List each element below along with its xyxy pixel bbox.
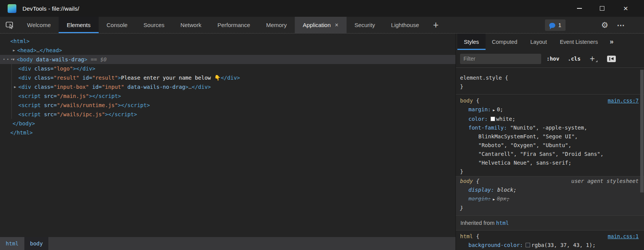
maximize-button[interactable] <box>594 0 610 17</box>
inherited-from-node[interactable]: html <box>496 220 509 226</box>
tree-row[interactable]: <script src="/wails/ipc.js"></script> <box>0 110 455 119</box>
customize-menu-button[interactable]: ⋯ <box>615 19 626 31</box>
tree-row[interactable]: ▶<div class="input-box" id="input" data-… <box>0 82 455 91</box>
settings-button[interactable]: ⚙ <box>599 19 610 31</box>
tab-label: Performance <box>217 22 250 28</box>
issues-badge[interactable]: 1 <box>545 19 566 31</box>
code-tag: <html> <box>10 38 30 44</box>
css-property[interactable]: margin:▶8px; <box>460 194 644 204</box>
collapse-arrow-icon[interactable]: ▼ <box>11 55 16 64</box>
rule-selector[interactable]: html <box>460 233 473 239</box>
rule-selector[interactable]: body <box>460 178 473 184</box>
inherited-from-header: Inherited from html <box>456 216 644 231</box>
sidebar-tab-layout[interactable]: Layout <box>524 34 553 50</box>
property-name: margin: <box>468 106 491 112</box>
rule-open-brace: { <box>502 75 508 81</box>
tab-memory[interactable]: Memory <box>258 17 295 33</box>
tab-sources[interactable]: Sources <box>136 17 173 33</box>
rule-open-brace: { <box>473 233 479 239</box>
more-tools-button[interactable]: + <box>427 17 444 33</box>
code-attr: src= <box>41 102 57 108</box>
stylesheet-link[interactable]: main.css:7 <box>608 96 639 105</box>
more-tabs-icon[interactable]: » <box>610 38 614 46</box>
tab-performance[interactable]: Performance <box>209 17 258 33</box>
color-swatch[interactable] <box>491 117 495 121</box>
window-title: DevTools - file://wails/ <box>22 5 79 12</box>
css-property[interactable]: background-color:rgba(33, 37, 43, 1); <box>460 241 644 250</box>
tree-row[interactable]: <div class="logo"></div> <box>0 64 455 73</box>
tree-row[interactable]: <html> <box>0 37 455 46</box>
css-property[interactable]: color:white; <box>460 115 644 123</box>
computed-sidebar-toggle-icon[interactable] <box>607 56 616 62</box>
property-expand-icon[interactable]: ▶ <box>493 197 495 201</box>
code-val: "/main.js" <box>57 93 89 99</box>
property-name: margin: <box>468 196 491 202</box>
rule-selector[interactable]: element.style <box>460 75 502 81</box>
tree-row[interactable]: ···▼<body data-wails-drag> == $0 <box>0 55 455 64</box>
element-class-button[interactable]: .cls <box>568 56 581 62</box>
styles-sections: element.style {}body {main.css:7margin:▶… <box>456 68 644 250</box>
close-button[interactable]: × <box>618 0 633 17</box>
stylesheet-link[interactable]: main.css:1 <box>608 232 639 241</box>
tab-network[interactable]: Network <box>173 17 209 33</box>
tab-label: Application <box>303 22 331 28</box>
rule-close-brace: } <box>460 167 644 176</box>
tab-label: Sources <box>144 22 165 28</box>
inspect-element-button[interactable] <box>0 17 19 33</box>
tree-row[interactable]: ▶<head>…</head> <box>0 46 455 55</box>
minimize-button[interactable] <box>572 0 587 17</box>
close-icon: × <box>623 4 628 13</box>
expand-arrow-icon[interactable]: ▶ <box>13 82 18 91</box>
tree-row[interactable]: <div class="result" id="result">Please e… <box>0 73 455 82</box>
css-property[interactable]: display: block; <box>460 186 644 194</box>
tree-row[interactable]: <script src="/main.js"></script> <box>0 91 455 101</box>
pseudo-state-button[interactable]: :hov <box>547 56 559 62</box>
tab-label: Elements <box>67 22 91 28</box>
tab-elements[interactable]: Elements <box>59 17 99 33</box>
code-val: "result" <box>92 75 118 81</box>
code-attr: id= <box>89 84 102 90</box>
rule-origin-label: user agent stylesheet <box>571 177 639 186</box>
breadcrumb-item-html[interactable]: html <box>0 237 24 250</box>
property-expand-icon[interactable]: ▶ <box>493 108 495 112</box>
sidebar-tab-computed[interactable]: Computed <box>486 34 524 50</box>
expand-arrow-icon[interactable]: ▶ <box>11 46 16 55</box>
content-area: <html>▶<head>…</head>···▼<body data-wail… <box>0 34 644 250</box>
tree-row[interactable]: </html> <box>0 128 455 137</box>
code-meta: == <box>87 56 100 62</box>
code-tag: <body <box>17 56 33 62</box>
css-property[interactable]: margin:▶0; <box>460 105 644 115</box>
sidebar-tabs: StylesComputedLayoutEvent Listeners <box>457 34 604 50</box>
rule-selector[interactable]: body <box>460 98 473 104</box>
tab-security[interactable]: Security <box>347 17 383 33</box>
new-style-rule-button[interactable]: + <box>590 55 594 62</box>
tab-label: Security <box>355 22 375 28</box>
css-rule: body {main.css:7margin:▶0;color:white;fo… <box>456 95 644 176</box>
sidebar-tab-bar: StylesComputedLayoutEvent Listeners » <box>456 34 644 50</box>
tab-console[interactable]: Console <box>99 17 136 33</box>
css-property[interactable]: font-family: "Nunito", -apple-system, <box>460 123 644 132</box>
sidebar-tab-styles[interactable]: Styles <box>457 34 486 50</box>
sidebar-tab-event-listeners[interactable]: Event Listeners <box>553 34 604 50</box>
tab-lighthouse[interactable]: Lighthouse <box>383 17 427 33</box>
rule-open-brace: { <box>473 98 479 104</box>
breadcrumb-item-body[interactable]: body <box>24 237 49 250</box>
color-swatch[interactable] <box>526 243 530 247</box>
css-rule: body {user agent stylesheetdisplay: bloc… <box>456 176 644 216</box>
code-attr: data-wails-no-drag <box>124 84 185 90</box>
elements-panel: <html>▶<head>…</head>···▼<body data-wail… <box>0 34 455 250</box>
property-value-wrap: "Cantarell", "Fira Sans", "Droid Sans", <box>460 150 644 159</box>
styles-scrollbar[interactable] <box>640 70 644 192</box>
code-tag: ></script> <box>118 102 150 108</box>
tab-welcome[interactable]: Welcome <box>19 17 59 33</box>
property-value-wrap: "Roboto", "Oxygen", "Ubuntu", <box>460 141 644 150</box>
tab-close-icon[interactable]: × <box>335 22 338 29</box>
tree-row[interactable]: <script src="/wails/runtime.js"></script… <box>0 101 455 110</box>
tab-application[interactable]: Application× <box>295 17 347 33</box>
code-attr: class= <box>31 66 54 72</box>
styles-filter-input[interactable] <box>460 54 541 64</box>
tree-row[interactable]: </body> <box>0 119 455 128</box>
code-gray: … <box>37 47 40 53</box>
bar-icon <box>609 57 610 61</box>
tab-label: Welcome <box>27 22 51 28</box>
